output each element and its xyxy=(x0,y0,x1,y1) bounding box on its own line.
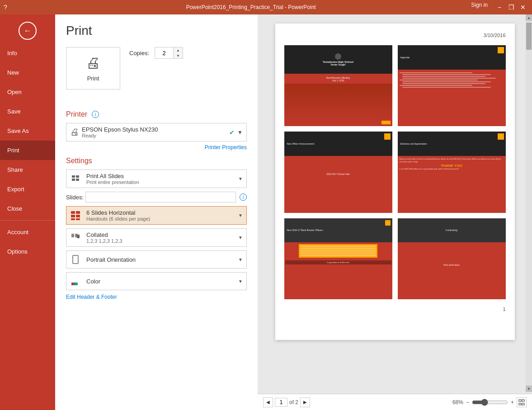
printer-device-icon: 🖨 xyxy=(70,127,79,137)
svg-rect-3 xyxy=(76,179,79,181)
svg-rect-18 xyxy=(522,400,524,401)
zoom-plus-icon[interactable]: + xyxy=(511,399,514,405)
sidebar-item-close[interactable]: Close xyxy=(0,199,55,218)
scrollbar-thumb[interactable] xyxy=(526,23,532,50)
svg-rect-2 xyxy=(72,179,75,181)
printer-properties-link[interactable]: Printer Properties xyxy=(66,144,247,151)
svg-rect-13 xyxy=(73,255,78,264)
copies-down-button[interactable]: ▼ xyxy=(174,53,183,58)
restore-button[interactable]: ❐ xyxy=(506,2,517,13)
next-page-button[interactable]: ▶ xyxy=(300,397,310,407)
sidebar-item-save[interactable]: Save xyxy=(0,102,55,121)
slides-layout-label: 6 Slides Horizontal xyxy=(86,209,233,216)
preview-bottom-nav: ◀ of 2 ▶ 68% − + xyxy=(258,394,532,410)
edit-header-footer-link[interactable]: Edit Header & Footer xyxy=(66,294,247,300)
main-content: Print 🖨 Print Copies: ▲ ▼ xyxy=(55,14,532,410)
print-all-slides-arrow-icon: ▼ xyxy=(235,173,246,185)
svg-rect-17 xyxy=(519,400,521,401)
slides-input[interactable] xyxy=(85,192,236,203)
minimize-button[interactable]: − xyxy=(494,2,505,13)
print-title: Print xyxy=(66,24,247,38)
collated-text: Collated 1,2,3 1,2,3 1,2,3 xyxy=(85,229,235,246)
svg-rect-4 xyxy=(71,211,75,214)
back-button[interactable]: ← xyxy=(19,22,37,40)
app-body: ← Info New Open Save Save As Print Share… xyxy=(0,14,532,410)
scrollbar-track xyxy=(526,21,532,386)
svg-rect-10 xyxy=(71,234,74,237)
print-button[interactable]: 🖨 Print xyxy=(66,47,120,90)
sidebar-item-info[interactable]: Info xyxy=(0,43,55,63)
zoom-area: 68% − + xyxy=(452,397,527,407)
slides-layout-arrow-icon: ▼ xyxy=(235,209,246,221)
sidebar-item-export[interactable]: Export xyxy=(0,179,55,199)
color-dropdown[interactable]: Color ▼ xyxy=(66,272,247,290)
orientation-label: Portrait Orientation xyxy=(86,256,233,263)
print-all-slides-text: Print All Slides Print entire presentati… xyxy=(85,170,235,188)
color-label: Color xyxy=(86,278,233,285)
slide-thumb-1: Textahoma High SchoolTerrier Tough! Band… xyxy=(284,45,392,126)
printer-dropdown-icon[interactable]: ▼ xyxy=(237,129,243,136)
copies-label: Copies: xyxy=(129,50,149,57)
sidebar-item-save-as[interactable]: Save As xyxy=(0,121,55,141)
print-all-slides-dropdown[interactable]: Print All Slides Print entire presentati… xyxy=(66,170,247,188)
zoom-minus-icon[interactable]: − xyxy=(466,399,469,405)
svg-rect-20 xyxy=(522,403,524,405)
collated-dropdown[interactable]: Collated 1,2,3 1,2,3 1,2,3 ▼ xyxy=(66,228,247,247)
printer-status: Ready xyxy=(82,133,226,138)
title-bar: ? PowerPoint2016_Printing_Practice_Trial… xyxy=(0,0,532,14)
page-number-input[interactable] xyxy=(275,398,287,407)
close-button[interactable]: ✕ xyxy=(518,2,528,13)
orientation-dropdown[interactable]: Portrait Orientation ▼ xyxy=(66,250,247,269)
window-controls: Sign in − ❐ ✕ xyxy=(471,2,528,13)
svg-rect-0 xyxy=(72,175,75,178)
zoom-fit-button[interactable] xyxy=(517,397,527,407)
help-button[interactable]: ? xyxy=(4,4,7,11)
printer-icon: 🖨 xyxy=(86,55,100,71)
orientation-icon xyxy=(66,251,85,268)
sidebar-item-account[interactable]: Account xyxy=(0,222,55,242)
sidebar-item-open[interactable]: Open xyxy=(0,82,55,102)
scrollbar-up-button[interactable]: ▲ xyxy=(526,14,532,21)
printer-select[interactable]: 🖨 EPSON Epson Stylus NX230 Ready ✔ ▼ xyxy=(66,123,247,141)
scrollbar-down-button[interactable]: ▼ xyxy=(526,386,532,392)
sign-in-label[interactable]: Sign in xyxy=(471,2,488,13)
printer-section-title: Printer xyxy=(66,110,87,118)
zoom-label: 68% xyxy=(452,399,463,405)
printer-check-icon: ✔ xyxy=(229,129,235,136)
slides-layout-sub: Handouts (6 slides per page) xyxy=(86,216,233,221)
svg-rect-1 xyxy=(76,175,79,178)
color-text: Color xyxy=(85,275,235,287)
sidebar-item-new[interactable]: New xyxy=(0,63,55,82)
collated-sub: 1,2,3 1,2,3 1,2,3 xyxy=(86,238,233,244)
prev-page-button[interactable]: ◀ xyxy=(263,397,273,407)
slide-thumb-2: Agenda xyxy=(398,45,506,126)
slides-label: Slides: xyxy=(66,194,84,201)
sidebar-item-share[interactable]: Share xyxy=(0,160,55,179)
printer-info-icon[interactable]: i xyxy=(92,111,99,118)
copies-input[interactable] xyxy=(155,48,173,58)
print-all-slides-sub: Print entire presentation xyxy=(86,179,233,185)
settings-section-title: Settings xyxy=(66,157,247,165)
print-area: Print 🖨 Print Copies: ▲ ▼ xyxy=(55,14,532,410)
copies-spinners: ▲ ▼ xyxy=(173,47,183,58)
slides-layout-icon xyxy=(66,207,85,224)
copies-input-wrap: ▲ ▼ xyxy=(155,47,183,59)
preview-area: 3/10/2016 Textahoma High SchoolTerrier T… xyxy=(258,14,532,410)
zoom-slider[interactable] xyxy=(472,399,508,406)
printer-info: EPSON Epson Stylus NX230 Ready xyxy=(82,126,226,138)
sidebar-item-options[interactable]: Options xyxy=(0,242,55,261)
collated-icon xyxy=(66,229,85,246)
slides-layout-dropdown[interactable]: 6 Slides Horizontal Handouts (6 slides p… xyxy=(66,206,247,225)
preview-page-number: 1 xyxy=(284,306,506,312)
copies-up-button[interactable]: ▲ xyxy=(174,47,183,53)
preview-page: 3/10/2016 Textahoma High SchoolTerrier T… xyxy=(275,24,515,340)
collated-arrow-icon: ▼ xyxy=(235,231,246,244)
copies-row: Copies: ▲ ▼ xyxy=(129,47,183,59)
preview-scroll[interactable]: 3/10/2016 Textahoma High SchoolTerrier T… xyxy=(258,14,532,394)
slides-layout-text: 6 Slides Horizontal Handouts (6 slides p… xyxy=(85,207,235,224)
sidebar-item-print[interactable]: Print xyxy=(0,141,55,160)
preview-scrollbar: ▲ ▼ xyxy=(526,14,532,392)
slides-info-icon[interactable]: i xyxy=(240,193,247,201)
page-of-label: of 2 xyxy=(289,399,298,405)
slide-thumb-4: Elections and Appreciation Elections wer… xyxy=(398,132,506,212)
